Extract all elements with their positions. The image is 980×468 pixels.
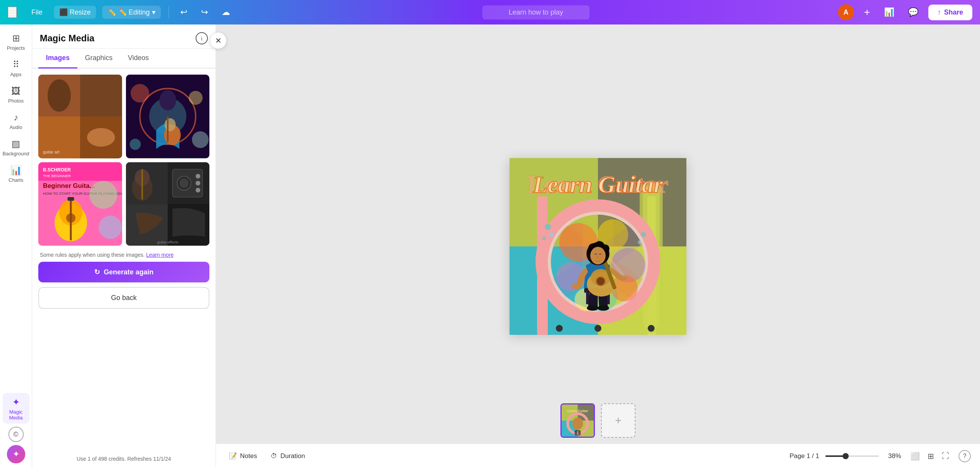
share-button[interactable]: ↑ Share	[928, 5, 972, 20]
circle-icon: ©	[13, 430, 18, 439]
editing-label: ✏️ Editing	[118, 8, 150, 16]
header-divider	[168, 6, 169, 18]
undo-button[interactable]: ↩	[176, 5, 191, 20]
go-back-button[interactable]: Go back	[38, 287, 209, 309]
panel-tabs: Images Graphics Videos	[32, 49, 216, 68]
share-icon: ↑	[938, 8, 941, 16]
credits-text: Use 1 of 498 credits. Refreshes 11/1/24	[77, 456, 171, 462]
svg-point-91	[549, 232, 554, 237]
panel-content: guitar art	[32, 68, 216, 451]
image-cell-3[interactable]: B.SCHROER THE BEGINNER Beginner Guita...…	[38, 162, 122, 246]
comments-button[interactable]: 💬	[904, 5, 922, 20]
sidebar-item-apps[interactable]: ⠿ Apps	[3, 55, 29, 80]
notes-icon: 📝	[229, 452, 237, 460]
svg-point-93	[641, 232, 646, 237]
sidebar-item-projects[interactable]: ⊞ Projects	[3, 29, 29, 54]
add-page-thumbnail-button[interactable]: +	[601, 403, 635, 438]
help-button[interactable]: ?	[959, 450, 971, 462]
apps-icon: ⠿	[13, 59, 20, 70]
svg-point-107	[572, 417, 583, 430]
image-cell-2[interactable]	[126, 75, 210, 158]
cloud-save-button[interactable]: ☁	[218, 5, 234, 20]
projects-icon: ⊞	[12, 33, 20, 44]
editing-caret-icon: ▾	[152, 8, 155, 16]
image-inner-3: B.SCHROER THE BEGINNER Beginner Guita...…	[38, 162, 122, 246]
zoom-slider[interactable]	[825, 455, 879, 457]
fullscreen-button[interactable]: ⛶	[939, 449, 952, 463]
tab-images[interactable]: Images	[38, 49, 77, 68]
redo-button[interactable]: ↪	[197, 5, 212, 20]
svg-point-99	[556, 325, 563, 332]
sidebar-circle-button[interactable]: ©	[8, 427, 24, 442]
zoom-percent: 38%	[883, 452, 901, 460]
file-button[interactable]: File	[26, 6, 48, 19]
svg-point-72	[598, 305, 609, 311]
image-inner-1: guitar art	[38, 75, 122, 158]
sidebar-photos-label: Photos	[8, 98, 23, 104]
sidebar-item-magic-media[interactable]: ✦ Magic Media	[3, 393, 29, 424]
grid-view-button[interactable]: ⊞	[924, 449, 937, 463]
svg-point-101	[648, 325, 655, 332]
share-label: Share	[944, 8, 963, 16]
generate-again-button[interactable]: ↻ Generate again	[38, 262, 209, 282]
sidebar: ⊞ Projects ⠿ Apps 🖼 Photos ♪ Audio ▨ Bac…	[0, 24, 32, 468]
sidebar-magic-button[interactable]: ✦	[7, 445, 25, 463]
sidebar-item-background[interactable]: ▨ Background	[3, 135, 29, 160]
image-svg-4: guitar effects	[126, 162, 210, 246]
image-grid: guitar art	[38, 75, 209, 246]
analytics-button[interactable]: 📊	[880, 5, 898, 20]
svg-point-43	[196, 174, 200, 178]
svg-point-6	[87, 128, 115, 147]
svg-point-73	[572, 283, 581, 289]
sidebar-item-photos[interactable]: 🖼 Photos	[3, 82, 29, 107]
sidebar-background-label: Background	[3, 151, 29, 157]
image-cell-4[interactable]: guitar effects	[126, 162, 210, 246]
svg-point-16	[188, 91, 202, 104]
generate-icon: ↻	[94, 268, 100, 276]
panel-info-button[interactable]: i	[196, 32, 208, 44]
duration-label: Duration	[280, 452, 305, 460]
document-title-input[interactable]	[482, 5, 590, 20]
svg-point-45	[196, 188, 200, 192]
design-canvas[interactable]: Fender	[510, 158, 686, 335]
sidebar-audio-label: Audio	[10, 124, 22, 130]
add-page-icon: +	[615, 414, 622, 427]
panel-header: Magic Media i	[32, 24, 216, 49]
sidebar-item-charts[interactable]: 📊 Charts	[3, 161, 29, 186]
svg-rect-2	[80, 75, 122, 116]
svg-point-100	[595, 325, 601, 332]
image-svg-1: guitar art	[38, 75, 122, 158]
photos-icon: 🖼	[11, 86, 21, 96]
svg-text:Learn Guitar: Learn Guitar	[567, 409, 588, 413]
image-cell-1[interactable]: guitar art	[38, 75, 122, 158]
svg-point-15	[131, 84, 149, 103]
resize-button[interactable]: ⬛ Resize	[54, 6, 96, 19]
learn-more-link[interactable]: Learn more	[146, 252, 174, 258]
menu-icon[interactable]: ☰	[8, 7, 17, 18]
editing-button[interactable]: ✏️ ✏️ Editing ▾	[102, 6, 161, 19]
image-svg-2	[126, 75, 210, 158]
tab-videos[interactable]: Videos	[120, 49, 157, 68]
image-inner-2	[126, 75, 210, 158]
notes-button[interactable]: 📝 Notes	[225, 450, 261, 462]
svg-point-78	[597, 278, 604, 285]
avatar[interactable]: A	[838, 4, 854, 20]
single-view-button[interactable]: ⬜	[907, 449, 923, 463]
bottom-bar: 📝 Notes ⏱ Duration Page 1 / 1 38% ⬜ ⊞ ⛶ …	[216, 444, 980, 468]
header: ☰ File ⬛ Resize ✏️ ✏️ Editing ▾ ↩ ↪ ☁ A …	[0, 0, 980, 24]
magic-star-icon: ✦	[13, 449, 20, 459]
background-icon: ▨	[11, 139, 20, 149]
add-page-button[interactable]: +	[860, 5, 874, 20]
pencil-icon: ✏️	[108, 8, 116, 16]
svg-point-42	[179, 178, 188, 188]
notes-label: Notes	[240, 452, 257, 460]
close-panel-button[interactable]: ✕	[210, 32, 227, 49]
svg-point-92	[542, 236, 546, 240]
magic-media-sidebar-icon: ✦	[12, 397, 20, 408]
sidebar-item-audio[interactable]: ♪ Audio	[3, 108, 29, 133]
thumbnail-1[interactable]: Learn Guitar 1	[560, 403, 595, 438]
duration-button[interactable]: ⏱ Duration	[267, 450, 309, 462]
tab-graphics[interactable]: Graphics	[77, 49, 120, 68]
image-inner-4: guitar effects	[126, 162, 210, 246]
svg-text:THE BEGINNER: THE BEGINNER	[43, 173, 71, 178]
